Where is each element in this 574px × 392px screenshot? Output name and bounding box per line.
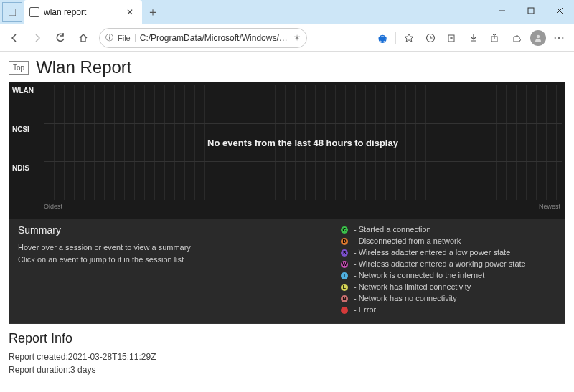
report-duration-label: Report duration: (9, 365, 70, 375)
page-title: Wlan Report (36, 57, 131, 77)
legend-row: W- Wireless adapter entered a working po… (341, 259, 556, 270)
window-maximize-button[interactable] (517, 0, 545, 21)
legend-row: L- Network has limited connectivity (341, 282, 556, 293)
lane-label-ndis: NDIS (12, 164, 29, 172)
report-created-value: 2021-03-28T15:11:29Z (68, 352, 156, 362)
legend-dot-icon: L (341, 284, 348, 291)
profile-button[interactable] (528, 28, 548, 48)
report-created-label: Report created: (9, 352, 68, 362)
arrow-right-icon (32, 33, 42, 43)
home-icon (78, 33, 88, 43)
page-favicon (29, 7, 39, 17)
lane-label-wlan: WLAN (12, 87, 34, 95)
legend-dot-icon: I (341, 272, 348, 279)
timeline-panel: WLAN NCSI NDIS No events from the last 4… (9, 82, 565, 324)
summary-block: Summary Hover over a session or event to… (18, 224, 326, 316)
legend-row: C- Started a connection (341, 224, 556, 236)
axis-newest: Newest (539, 203, 560, 210)
report-created-line: Report created:2021-03-28T15:11:29Z (9, 350, 565, 363)
window-minimize-button[interactable] (488, 0, 517, 21)
tracking-button[interactable]: ◉ (372, 28, 392, 48)
history-button[interactable] (420, 28, 441, 48)
legend-text: - Wireless adapter entered a low power s… (354, 247, 510, 259)
maximize-icon (527, 7, 535, 14)
report-info-section: Report Info Report created:2021-03-28T15… (9, 331, 565, 376)
legend-dot-icon: N (341, 295, 348, 302)
panel-lower: Summary Hover over a session or event to… (9, 219, 565, 323)
app-icon (9, 9, 16, 16)
window-icon (2, 2, 22, 22)
puzzle-icon (512, 33, 522, 43)
browser-toolbar: ⓘ File C:/ProgramData/Microsoft/Windows/… (0, 24, 574, 52)
svg-point-8 (537, 34, 540, 37)
legend-text: - Error (354, 305, 376, 316)
share-icon (490, 33, 500, 43)
downloads-button[interactable] (464, 28, 484, 48)
timeline-lanes: WLAN NCSI NDIS No events from the last 4… (9, 82, 565, 219)
download-icon (469, 33, 479, 43)
star-icon (404, 33, 414, 43)
reload-button[interactable] (50, 28, 70, 48)
page-header: Top Wlan Report (9, 57, 565, 77)
legend: C- Started a connectionD- Disconnected f… (341, 224, 556, 316)
legend-dot-icon: S (341, 249, 348, 257)
info-icon[interactable]: ⓘ (105, 32, 113, 43)
report-info-heading: Report Info (9, 331, 565, 346)
legend-text: - Wireless adapter entered a working pow… (354, 259, 526, 270)
report-duration-value: 3 days (70, 365, 95, 375)
summary-line-2: Click on an event to jump to it in the s… (18, 254, 326, 266)
tab-title: wlan report (44, 7, 119, 17)
extensions-button[interactable] (507, 28, 527, 48)
window-titlebar: wlan report ✕ ＋ (0, 0, 574, 24)
report-duration-line: Report duration:3 days (9, 363, 565, 376)
address-bar[interactable]: ⓘ File C:/ProgramData/Microsoft/Windows/… (99, 28, 307, 48)
legend-text: - Network is connected to the internet (354, 270, 484, 282)
legend-text: - Started a connection (354, 224, 431, 236)
legend-dot-icon (341, 307, 348, 314)
svg-rect-2 (528, 8, 534, 14)
menu-button[interactable]: ⋯ (550, 28, 570, 48)
collections-button[interactable] (442, 28, 462, 48)
arrow-left-icon (9, 33, 19, 43)
reload-icon (55, 33, 65, 43)
browser-tab[interactable]: wlan report ✕ (24, 0, 142, 24)
legend-dot-icon: D (341, 238, 348, 245)
nav-back-button[interactable] (4, 28, 24, 48)
empty-message: No events from the last 48 hours to disp… (44, 85, 562, 200)
legend-dot-icon: W (341, 261, 348, 268)
favorites-button[interactable] (399, 28, 419, 48)
legend-row: S- Wireless adapter entered a low power … (341, 247, 556, 259)
legend-dot-icon: C (341, 226, 348, 234)
window-close-button[interactable] (545, 0, 574, 21)
top-link[interactable]: Top (9, 61, 29, 75)
url-text: C:/ProgramData/Microsoft/Windows/WlanRep… (140, 33, 289, 43)
legend-text: - Network has limited connectivity (354, 282, 471, 293)
tab-close-button[interactable]: ✕ (123, 7, 136, 17)
legend-text: - Disconnected from a network (354, 236, 461, 247)
axis-oldest: Oldest (44, 203, 62, 210)
legend-text: - Network has no connectivity (354, 293, 457, 305)
reader-icon[interactable]: ✶ (293, 33, 301, 43)
lane-label-ncsi: NCSI (12, 125, 29, 133)
collections-icon (447, 33, 457, 43)
close-icon (556, 7, 563, 14)
share-button[interactable] (485, 28, 505, 48)
nav-forward-button[interactable] (27, 28, 47, 48)
home-button[interactable] (73, 28, 93, 48)
toolbar-divider (395, 32, 396, 44)
legend-row: N- Network has no connectivity (341, 293, 556, 305)
summary-line-1: Hover over a session or event to view a … (18, 242, 326, 254)
summary-heading: Summary (18, 224, 326, 236)
page-content: Top Wlan Report WLAN NCSI NDIS No events… (0, 52, 574, 392)
new-tab-button[interactable]: ＋ (142, 0, 164, 24)
legend-row: D- Disconnected from a network (341, 236, 556, 247)
clock-icon (425, 33, 436, 43)
ellipsis-icon: ⋯ (553, 31, 566, 44)
legend-row: - Error (341, 305, 556, 316)
legend-row: I- Network is connected to the internet (341, 270, 556, 282)
url-scheme-chip: File (118, 34, 136, 42)
avatar-icon (530, 30, 546, 46)
svg-rect-0 (9, 9, 16, 16)
minimize-icon (499, 7, 506, 14)
